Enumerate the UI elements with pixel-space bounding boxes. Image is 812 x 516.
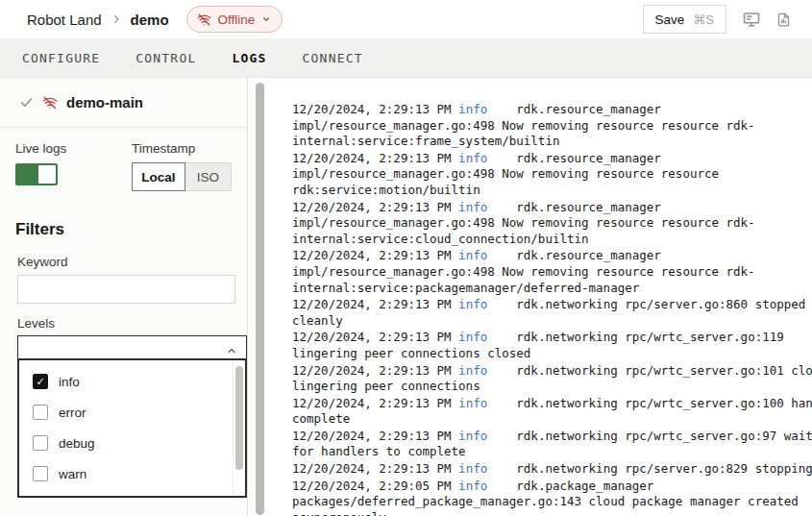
- tab-control[interactable]: CONTROL: [135, 51, 196, 65]
- log-line: packages/deferred_package_manager.go:143…: [292, 494, 812, 510]
- log-entry: 12/20/2024, 2:29:13 PM info rdk.networki…: [292, 363, 812, 395]
- log-level: info: [458, 248, 487, 262]
- level-option-warn[interactable]: warn: [19, 458, 245, 489]
- level-option-label: error: [59, 405, 86, 420]
- log-line: 12/20/2024, 2:29:13 PM info rdk.networki…: [292, 330, 812, 346]
- log-line: 12/20/2024, 2:29:13 PM info rdk.networki…: [292, 429, 812, 445]
- tab-connect[interactable]: CONNECT: [303, 51, 363, 65]
- timestamp-format-switch: Local ISO: [132, 162, 232, 191]
- log-line: rdk:service:motion/builtin: [292, 183, 812, 199]
- log-entry: 12/20/2024, 2:29:13 PM info rdk.networki…: [292, 429, 812, 460]
- log-timestamp: 12/20/2024, 2:29:13 PM: [292, 396, 452, 410]
- log-entry: 12/20/2024, 2:29:13 PM info rdk.networki…: [292, 330, 812, 361]
- live-logs-toggle[interactable]: [15, 163, 58, 185]
- log-timestamp: 12/20/2024, 2:29:13 PM: [292, 297, 452, 311]
- log-timestamp: 12/20/2024, 2:29:13 PM: [292, 330, 452, 344]
- levels-dropdown: ✓infoerrordebugwarn: [17, 358, 247, 498]
- log-level: info: [458, 479, 487, 493]
- log-line: 12/20/2024, 2:29:13 PM info rdk.networki…: [292, 396, 812, 412]
- chevron-up-icon: [226, 345, 237, 356]
- log-level: info: [458, 297, 487, 311]
- log-line: internal:service:cloud_connection/builti…: [292, 232, 812, 248]
- log-line: 12/20/2024, 2:29:13 PM info rdk.networki…: [292, 297, 812, 313]
- log-list: 12/20/2024, 2:29:13 PM info rdk.resource…: [248, 78, 812, 516]
- log-controls: Live logs Timestamp Local ISO: [0, 128, 247, 191]
- tab-configure[interactable]: CONFIGURE: [22, 51, 100, 65]
- timestamp-iso-button[interactable]: ISO: [185, 162, 232, 191]
- log-line: lingering peer connections: [292, 379, 812, 395]
- save-shortcut: ⌘S: [693, 12, 714, 27]
- dropdown-scrollbar-thumb[interactable]: [235, 366, 243, 470]
- levels-dropdown-list: ✓infoerrordebugwarn: [19, 360, 245, 489]
- log-timestamp: 12/20/2024, 2:29:13 PM: [292, 248, 452, 262]
- checkbox-unchecked-icon[interactable]: [33, 435, 48, 451]
- log-timestamp: 12/20/2024, 2:29:13 PM: [292, 461, 452, 476]
- header-actions: Save ⌘S: [643, 5, 791, 34]
- log-level: info: [458, 461, 487, 476]
- keyword-input[interactable]: [17, 275, 235, 304]
- log-level: info: [458, 102, 487, 116]
- log-line: impl/resource_manager.go:498 Now removin…: [292, 215, 812, 232]
- check-icon: [19, 95, 34, 110]
- save-label: Save: [655, 12, 685, 27]
- file-chart-icon[interactable]: [776, 12, 791, 28]
- checkbox-unchecked-icon[interactable]: [33, 405, 48, 420]
- dropdown-scrollbar-track: [233, 360, 245, 496]
- level-option-label: info: [59, 375, 80, 389]
- log-line: 12/20/2024, 2:29:13 PM info rdk.networki…: [292, 461, 812, 478]
- checkbox-checked-icon[interactable]: ✓: [33, 374, 48, 389]
- log-line: impl/resource_manager.go:498 Now removin…: [292, 118, 812, 135]
- log-scrollbar-thumb[interactable]: [256, 83, 264, 515]
- keyword-label: Keyword: [17, 255, 230, 270]
- log-timestamp: 12/20/2024, 2:29:13 PM: [292, 429, 452, 443]
- wifi-off-icon: [42, 95, 58, 111]
- monitor-icon[interactable]: [743, 11, 760, 28]
- log-panel: 12/20/2024, 2:29:13 PM info rdk.resource…: [248, 78, 812, 516]
- level-option-info[interactable]: ✓info: [19, 366, 245, 397]
- log-line: internal:service:frame_system/builtin: [292, 134, 812, 150]
- log-timestamp: 12/20/2024, 2:29:05 PM: [292, 479, 452, 493]
- chevron-right-icon: [111, 13, 122, 25]
- save-button[interactable]: Save ⌘S: [643, 5, 726, 34]
- level-option-debug[interactable]: debug: [19, 428, 245, 458]
- log-level: info: [458, 396, 487, 410]
- timestamp-label: Timestamp: [132, 141, 232, 157]
- level-option-error[interactable]: error: [19, 397, 245, 428]
- machine-status-dropdown[interactable]: Offline: [186, 6, 283, 33]
- level-option-label: warn: [59, 467, 86, 481]
- tab-bar: CONFIGURECONTROLLOGSCONNECT: [0, 38, 812, 78]
- log-entry: 12/20/2024, 2:29:13 PM info rdk.networki…: [292, 461, 812, 478]
- log-line: 12/20/2024, 2:29:13 PM info rdk.resource…: [292, 248, 812, 264]
- log-line: lingering peer connections closed: [292, 346, 812, 362]
- log-timestamp: 12/20/2024, 2:29:13 PM: [292, 363, 452, 378]
- chevron-down-icon: [261, 14, 271, 24]
- breadcrumb-org[interactable]: Robot Land: [27, 12, 102, 28]
- timestamp-local-button[interactable]: Local: [132, 162, 185, 191]
- part-row-demo-main[interactable]: demo-main: [0, 78, 247, 128]
- log-line: 12/20/2024, 2:29:13 PM info rdk.networki…: [292, 363, 812, 380]
- log-line: 12/20/2024, 2:29:05 PM info rdk.package_…: [292, 479, 812, 495]
- tab-logs[interactable]: LOGS: [232, 51, 266, 65]
- log-timestamp: 12/20/2024, 2:29:13 PM: [292, 102, 452, 116]
- wifi-off-icon: [197, 12, 211, 27]
- log-entry: 12/20/2024, 2:29:13 PM info rdk.resource…: [292, 200, 812, 248]
- log-line: cleanly: [292, 313, 812, 330]
- checkbox-unchecked-icon[interactable]: [33, 466, 48, 481]
- filters-title: Filters: [15, 220, 232, 239]
- log-entry: 12/20/2024, 2:29:05 PM info rdk.package_…: [292, 479, 812, 516]
- log-level: info: [458, 151, 487, 165]
- log-timestamp: 12/20/2024, 2:29:13 PM: [292, 151, 452, 165]
- live-logs-label: Live logs: [15, 141, 132, 157]
- log-level: info: [458, 429, 487, 443]
- log-entry: 12/20/2024, 2:29:13 PM info rdk.resource…: [292, 151, 812, 199]
- log-entry: 12/20/2024, 2:29:13 PM info rdk.resource…: [292, 248, 812, 296]
- header: Robot Land demo Offline Save ⌘S: [0, 0, 812, 38]
- log-level: info: [458, 330, 487, 344]
- log-line: asyncronously: [292, 510, 812, 516]
- log-line: complete: [292, 411, 812, 428]
- status-label: Offline: [218, 12, 256, 27]
- toggle-knob: [38, 165, 56, 184]
- log-line: 12/20/2024, 2:29:13 PM info rdk.resource…: [292, 151, 812, 167]
- log-entry: 12/20/2024, 2:29:13 PM info rdk.networki…: [292, 297, 812, 329]
- part-name: demo-main: [66, 94, 143, 111]
